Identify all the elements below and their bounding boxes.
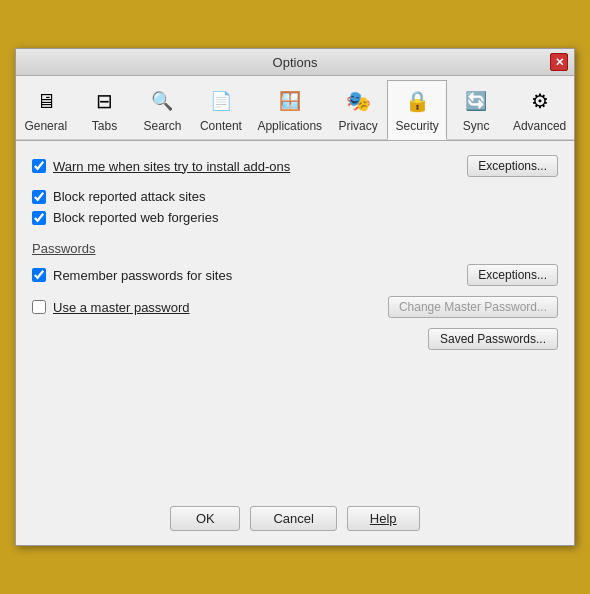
tab-advanced[interactable]: Advanced (505, 80, 574, 140)
block-attack-label: Block reported attack sites (53, 189, 205, 204)
master-password-checkbox[interactable] (32, 300, 46, 314)
ok-button[interactable]: OK (170, 506, 240, 531)
master-password-checkbox-row: Use a master password (32, 300, 190, 315)
tab-applications-label: Applications (257, 119, 322, 133)
tab-tabs[interactable]: Tabs (75, 80, 133, 140)
block-attack-checkbox[interactable] (32, 190, 46, 204)
tab-content[interactable]: Content (191, 80, 250, 140)
tab-general-label: General (24, 119, 67, 133)
applications-icon (274, 85, 306, 117)
tab-search-label: Search (143, 119, 181, 133)
remember-passwords-label: Remember passwords for sites (53, 268, 232, 283)
general-icon (30, 85, 62, 117)
master-password-row: Use a master password Change Master Pass… (32, 296, 558, 318)
titlebar: Options ✕ (16, 49, 574, 76)
exceptions-button-1[interactable]: Exceptions... (467, 155, 558, 177)
security-content: Warn me when sites try to install add-on… (16, 140, 574, 494)
tab-sync-label: Sync (463, 119, 490, 133)
content-icon (205, 85, 237, 117)
tab-tabs-label: Tabs (92, 119, 117, 133)
cancel-button[interactable]: Cancel (250, 506, 336, 531)
passwords-section-title: Passwords (32, 241, 96, 256)
warn-addons-checkbox-row: Warn me when sites try to install add-on… (32, 159, 290, 174)
tab-privacy[interactable]: Privacy (329, 80, 387, 140)
tab-security-label: Security (395, 119, 438, 133)
tab-security[interactable]: Security (387, 80, 447, 140)
block-forgeries-row: Block reported web forgeries (32, 210, 558, 225)
tab-advanced-label: Advanced (513, 119, 566, 133)
advanced-icon (524, 85, 556, 117)
help-button[interactable]: Help (347, 506, 420, 531)
block-forgeries-label: Block reported web forgeries (53, 210, 218, 225)
change-master-password-button[interactable]: Change Master Password... (388, 296, 558, 318)
tab-applications[interactable]: Applications (250, 80, 329, 140)
remember-passwords-row: Remember passwords for sites Exceptions.… (32, 264, 558, 286)
options-window: Options ✕ General Tabs Search Content Ap… (15, 48, 575, 546)
window-title: Options (40, 55, 550, 70)
saved-passwords-row: Saved Passwords... (32, 328, 558, 350)
search-icon (146, 85, 178, 117)
saved-passwords-button[interactable]: Saved Passwords... (428, 328, 558, 350)
remember-passwords-checkbox[interactable] (32, 268, 46, 282)
passwords-section-header: Passwords (32, 241, 558, 256)
tab-content-label: Content (200, 119, 242, 133)
tab-privacy-label: Privacy (338, 119, 377, 133)
tab-search[interactable]: Search (133, 80, 191, 140)
warn-addons-label: Warn me when sites try to install add-on… (53, 159, 290, 174)
exceptions-button-2[interactable]: Exceptions... (467, 264, 558, 286)
master-password-label: Use a master password (53, 300, 190, 315)
empty-space (32, 350, 558, 480)
security-icon (401, 85, 433, 117)
footer: OK Cancel Help (16, 494, 574, 545)
tab-sync[interactable]: Sync (447, 80, 505, 140)
toolbar: General Tabs Search Content Applications… (16, 76, 574, 140)
warn-addons-checkbox[interactable] (32, 159, 46, 173)
close-button[interactable]: ✕ (550, 53, 568, 71)
warn-addons-row: Warn me when sites try to install add-on… (32, 155, 558, 177)
help-label: Help (370, 511, 397, 526)
block-forgeries-checkbox[interactable] (32, 211, 46, 225)
block-attack-row: Block reported attack sites (32, 189, 558, 204)
remember-passwords-checkbox-row: Remember passwords for sites (32, 268, 232, 283)
sync-icon (460, 85, 492, 117)
tab-general[interactable]: General (16, 80, 75, 140)
privacy-icon (342, 85, 374, 117)
tabs-icon (88, 85, 120, 117)
